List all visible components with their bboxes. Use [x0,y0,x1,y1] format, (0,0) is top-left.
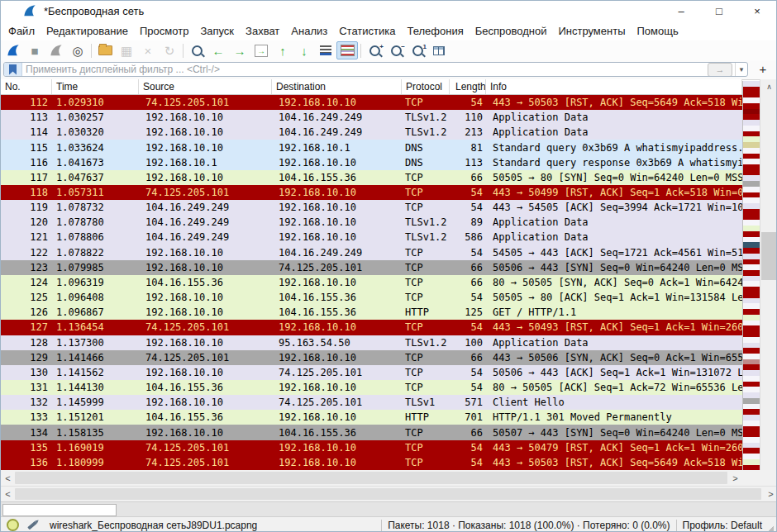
minimap-stripe [743,87,760,93]
packet-row[interactable]: 1121.02931074.125.205.101192.168.10.10TC… [1,95,742,110]
vertical-scrollbar[interactable]: ∧ ∨ [760,79,777,486]
lower-hscrollbar[interactable]: < > [1,486,777,501]
minimap-stripe [743,325,760,331]
scroll-left-icon[interactable]: < [1,470,15,486]
column-header-length[interactable]: Length [450,79,486,94]
cell-info: Standard query 0x3b69 A whatismyipaddres… [486,142,742,154]
packet-row[interactable]: 1221.078822192.168.10.10104.16.249.249TC… [1,245,742,260]
column-header-source[interactable]: Source [139,79,272,94]
capture-comment-icon[interactable] [26,520,40,531]
zoom-original-icon[interactable]: 1 [407,41,428,59]
packet-row[interactable]: 1271.13645474.125.205.101192.168.10.10TC… [1,320,742,335]
packet-row[interactable]: 1301.141562192.168.10.1074.125.205.101TC… [1,365,742,380]
packet-row[interactable]: 1131.030257192.168.10.10104.16.249.249TL… [1,110,742,125]
packet-row[interactable]: 1141.030320192.168.10.10104.16.249.249TL… [1,125,742,140]
scroll-right-icon[interactable]: > [728,470,742,486]
scroll-up-icon[interactable]: ∧ [760,79,777,93]
packet-row[interactable]: 1321.145999192.168.10.1074.125.205.101TL… [1,395,742,410]
packet-row[interactable]: 1211.078806104.16.249.249192.168.10.10TL… [1,230,742,245]
cell-no: 122 [1,247,52,259]
scroll-left-icon[interactable]: < [1,487,15,501]
packet-row[interactable]: 1331.151201104.16.155.36192.168.10.10HTT… [1,410,742,425]
packet-row[interactable]: 1351.16901974.125.205.101192.168.10.10TC… [1,440,742,455]
auto-scroll-icon[interactable] [315,41,336,59]
column-header-protocol[interactable]: Protocol [402,79,450,94]
reload-file-icon[interactable]: ↻ [159,41,180,59]
go-to-packet-icon[interactable]: → [250,41,272,59]
packet-row[interactable]: 1281.137300192.168.10.1095.163.54.50TLSv… [1,335,742,350]
go-bottom-icon[interactable]: ↓ [293,41,315,59]
menu-item-6[interactable]: Статистика [333,25,401,37]
find-packet-icon[interactable] [186,41,207,59]
go-back-icon[interactable]: ← [207,41,229,59]
vertical-scrollbar-thumb[interactable] [761,232,777,280]
packet-row[interactable]: 1191.078732104.16.249.249192.168.10.10TC… [1,200,742,215]
packet-row[interactable]: 1361.18099974.125.205.101192.168.10.10TC… [1,455,742,470]
packet-row[interactable]: 1251.096408192.168.10.10104.16.155.36TCP… [1,290,742,305]
close-file-icon[interactable]: × [137,41,159,59]
add-filter-button[interactable]: + [754,62,772,76]
packet-row[interactable]: 1151.033624192.168.10.10192.168.10.1DNS8… [1,140,742,154]
colorize-icon[interactable] [336,41,358,59]
menu-item-9[interactable]: Инструменты [552,25,631,37]
cell-src: 192.168.10.1 [139,157,272,169]
menu-item-1[interactable]: Редактирование [41,25,134,37]
minimap-stripe [743,209,760,215]
menu-item-2[interactable]: Просмотр [134,25,194,37]
menu-item-3[interactable]: Запуск [194,25,240,37]
go-forward-icon[interactable]: → [229,41,250,59]
cell-src: 74.125.205.101 [139,187,272,198]
scroll-right-icon[interactable]: > [764,487,777,501]
capture-restart-icon[interactable] [45,41,67,59]
cell-dst: 192.168.10.10 [272,457,402,468]
minimize-button[interactable]: – [662,1,700,21]
hscrollbar-thumb[interactable] [15,472,727,484]
column-header-destination[interactable]: Destination [272,79,402,94]
display-filter-field[interactable]: → ▾ [3,62,748,77]
display-filter-input[interactable] [22,63,708,76]
packet-row[interactable]: 1171.047637192.168.10.10104.16.155.36TCP… [1,170,742,185]
menu-item-8[interactable]: Беспроводной [470,25,553,37]
capture-start-icon[interactable] [2,41,24,59]
expert-info-icon[interactable] [7,519,19,531]
open-file-icon[interactable] [94,41,116,59]
hscrollbar-thumb[interactable] [15,488,761,500]
resize-grip[interactable] [766,525,774,532]
menu-item-0[interactable]: Файл [2,25,41,37]
capture-options-icon[interactable]: ◎ [67,41,88,59]
cell-dst: 192.168.10.10 [272,97,402,108]
save-file-icon[interactable]: ▦ [116,41,137,59]
packet-row[interactable]: 1261.096867192.168.10.10104.16.155.36HTT… [1,305,742,320]
menu-item-4[interactable]: Захват [240,25,285,37]
go-top-icon[interactable]: ↑ [272,41,293,59]
column-header-info[interactable]: Info [486,79,742,94]
zoom-out-icon[interactable]: − [385,41,407,59]
packet-row[interactable]: 1291.14146674.125.205.101192.168.10.10TC… [1,350,742,365]
packet-row[interactable]: 1311.144130104.16.155.36192.168.10.10TCP… [1,380,742,395]
cell-len: 54 [450,382,486,393]
cell-dst: 95.163.54.50 [272,337,402,349]
maximize-button[interactable]: □ [700,1,738,21]
packet-row[interactable]: 1201.078780104.16.249.249192.168.10.10TL… [1,215,742,230]
packet-row[interactable]: 1241.096319104.16.155.36192.168.10.10TCP… [1,275,742,290]
packet-row[interactable]: 1231.079985192.168.10.1074.125.205.101TC… [1,260,742,275]
apply-filter-icon[interactable]: → [708,63,732,77]
profile-selector[interactable]: Профиль: Default [683,520,763,531]
close-button[interactable]: × [738,1,776,21]
packet-row[interactable]: 1161.041673192.168.10.1192.168.10.10DNS1… [1,155,742,170]
column-header-no[interactable]: No. [1,79,52,94]
menu-item-5[interactable]: Анализ [285,25,333,37]
column-header-time[interactable]: Time [52,79,139,94]
zoom-in-icon[interactable]: + [364,41,385,59]
resize-columns-icon[interactable] [428,41,450,59]
capture-stop-icon[interactable]: ■ [24,41,45,59]
packet-minimap-scrollbar[interactable] [742,81,760,470]
filter-dropdown-caret-icon[interactable]: ▾ [735,63,747,76]
menu-item-7[interactable]: Телефония [401,25,469,37]
packet-row[interactable]: 1341.158135192.168.10.10104.16.155.36TCP… [1,425,742,439]
packet-row[interactable]: 1181.05731174.125.205.101192.168.10.10TC… [1,185,742,200]
packet-list-hscrollbar[interactable]: < > [1,470,742,486]
filter-bookmark-icon[interactable] [4,63,22,76]
minimap-stripe [743,248,760,254]
menu-item-10[interactable]: Помощь [632,25,684,37]
